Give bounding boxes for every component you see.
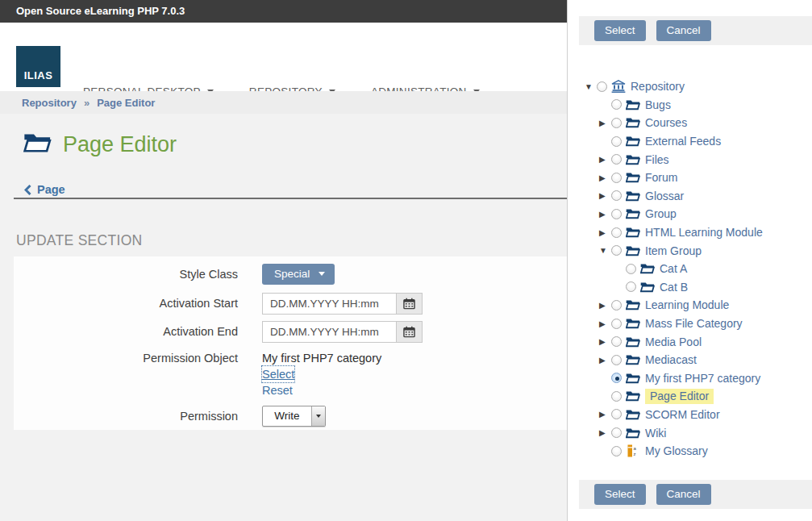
tree-item[interactable]: ▶ a z SCORM E [568, 406, 812, 424]
tree-radio[interactable] [611, 391, 622, 402]
tree-item[interactable]: ▶ a z Group [568, 205, 812, 223]
tree-item[interactable]: a z Cat B [568, 278, 812, 297]
tree-radio[interactable] [611, 427, 622, 438]
tree-radio[interactable] [611, 227, 622, 238]
tree-item[interactable]: a z My Glossary [568, 442, 812, 461]
picker-cancel-button-bottom[interactable]: Cancel [656, 484, 711, 505]
tree-radio[interactable] [597, 81, 607, 92]
tree-expander-icon[interactable]: ▶ [599, 119, 611, 127]
tree-radio[interactable] [611, 173, 622, 183]
tree-item[interactable]: a z Cat A [568, 260, 812, 278]
tree-expander-icon[interactable]: ▼ [585, 82, 597, 91]
picker-cancel-button-top[interactable]: Cancel [656, 20, 711, 41]
tree-item-label[interactable]: Cat A [660, 262, 687, 275]
tree-item-label[interactable]: Item Group [645, 244, 702, 257]
tree-item[interactable]: a z External Feeds [568, 132, 812, 151]
tree-radio[interactable] [611, 319, 622, 329]
tree-item-label[interactable]: External Feeds [645, 135, 721, 148]
tree-item-label[interactable]: Courses [645, 116, 687, 129]
tree-item-label[interactable]: Forum [645, 171, 677, 184]
tree-item[interactable]: ▶ a z Mediaca [568, 351, 812, 369]
tree-item-label[interactable]: SCORM Editor [645, 408, 720, 421]
activation-end-calendar-button[interactable] [396, 321, 423, 343]
activation-end-input[interactable] [262, 321, 397, 343]
tree-item[interactable]: ▼ a z Reposit [568, 77, 812, 96]
tree-expander-icon[interactable]: ▶ [599, 410, 611, 419]
tree-expander-icon[interactable]: ▼ [599, 246, 611, 255]
tree-item[interactable]: ▶ a z Media P [568, 332, 812, 351]
chevron-down-icon [319, 272, 325, 276]
tree-item-label[interactable]: Wiki [645, 427, 666, 440]
tree-item[interactable]: ▶ a z HTML Le [568, 223, 812, 242]
tree-item-label[interactable]: My Glossary [645, 444, 708, 457]
tree-item[interactable]: ▶ a z Mass Fi [568, 315, 812, 333]
tree-expander-icon[interactable]: ▶ [599, 191, 611, 200]
tree-item-label[interactable]: Mediacast [645, 353, 697, 366]
tab-back-to-page[interactable]: Page [24, 183, 65, 196]
tree-expander-icon[interactable]: ▶ [599, 319, 611, 328]
tree-radio[interactable] [611, 190, 622, 201]
permission-object-reset-link[interactable]: Reset [262, 384, 293, 397]
tree-item[interactable]: ▶ a z Courses [568, 114, 812, 132]
tree-item[interactable]: ▶ a z Glossar [568, 187, 812, 206]
permission-select[interactable]: Write [262, 406, 326, 427]
tree-radio[interactable] [611, 209, 622, 219]
tree-radio[interactable] [626, 264, 636, 274]
tree-item-label[interactable]: Files [645, 153, 669, 166]
tree-radio[interactable] [611, 136, 622, 147]
style-class-dropdown-button[interactable]: Special [262, 264, 335, 285]
tree-expander-icon[interactable]: ▶ [599, 337, 611, 346]
tree-expander-icon[interactable]: ▶ [599, 428, 611, 437]
tree-item[interactable]: ▶ a z Forum [568, 169, 812, 187]
tree-item-label[interactable]: HTML Learning Module [645, 226, 763, 239]
folder-icon [626, 172, 641, 183]
picker-select-button-bottom[interactable]: Select [594, 484, 646, 505]
tree-radio[interactable] [626, 281, 636, 292]
tree-item-label[interactable]: Group [645, 207, 677, 220]
tree-item-label[interactable]: My first PHP7 category [645, 372, 760, 385]
tree-item[interactable]: ▶ a z Wiki [568, 423, 812, 442]
tree-expander-icon[interactable]: ▶ [599, 228, 611, 237]
tree-item[interactable]: a z Bugs [568, 96, 812, 115]
tree-radio[interactable] [611, 99, 622, 110]
tree-expander-icon[interactable]: ▶ [599, 301, 611, 310]
tree-expander-icon[interactable]: ▶ [599, 155, 611, 164]
tree-radio[interactable] [611, 300, 622, 311]
permission-object-select-link[interactable]: Select [262, 366, 294, 382]
tree-item-label[interactable]: Learning Module [645, 298, 729, 311]
tree-item-label[interactable]: Page Editor [645, 389, 714, 404]
tree-expander-icon[interactable]: ▶ [599, 173, 611, 182]
tree-radio[interactable] [611, 245, 622, 256]
breadcrumb: Repository » Page Editor [0, 91, 567, 114]
breadcrumb-repository[interactable]: Repository [22, 97, 77, 109]
tree-radio[interactable] [611, 373, 622, 383]
tree-radio[interactable] [611, 336, 622, 347]
tree-item-label[interactable]: Bugs [645, 98, 671, 111]
tree-item[interactable]: ▶ a z Files [568, 150, 812, 169]
tree-item-label[interactable]: Mass File Category [645, 317, 743, 330]
tree-item-label[interactable]: Cat B [660, 281, 688, 294]
tree-item[interactable]: a z My first PHP7 category [568, 369, 812, 388]
breadcrumb-page-editor[interactable]: Page Editor [97, 97, 155, 109]
ilias-logo[interactable]: ILIAS [16, 46, 60, 87]
permission-select-value: Write [263, 406, 311, 426]
activation-start-calendar-button[interactable] [396, 293, 423, 315]
tree-radio[interactable] [611, 409, 622, 419]
tree-item-label[interactable]: Media Pool [645, 336, 702, 348]
tree-item-label[interactable]: Glossar [645, 190, 684, 202]
tree-radio[interactable] [611, 355, 622, 365]
tree-expander-icon[interactable]: ▶ [599, 210, 611, 219]
tree-radio[interactable] [611, 154, 622, 165]
activation-start-input[interactable] [262, 293, 397, 315]
select-arrow-button[interactable] [311, 406, 325, 426]
picker-select-button-top[interactable]: Select [594, 20, 646, 41]
ilias-logo-label: ILIAS [24, 69, 53, 87]
tree-radio[interactable] [611, 118, 622, 128]
tree-item[interactable]: a z Page Editor [568, 387, 812, 406]
calendar-icon [403, 298, 415, 310]
tree-radio[interactable] [611, 446, 622, 456]
tree-item-label[interactable]: Repository [631, 80, 685, 93]
tree-expander-icon[interactable]: ▶ [599, 356, 611, 365]
tree-item[interactable]: ▼ a z Item Gr [568, 241, 812, 260]
tree-item[interactable]: ▶ a z Learnin [568, 296, 812, 315]
